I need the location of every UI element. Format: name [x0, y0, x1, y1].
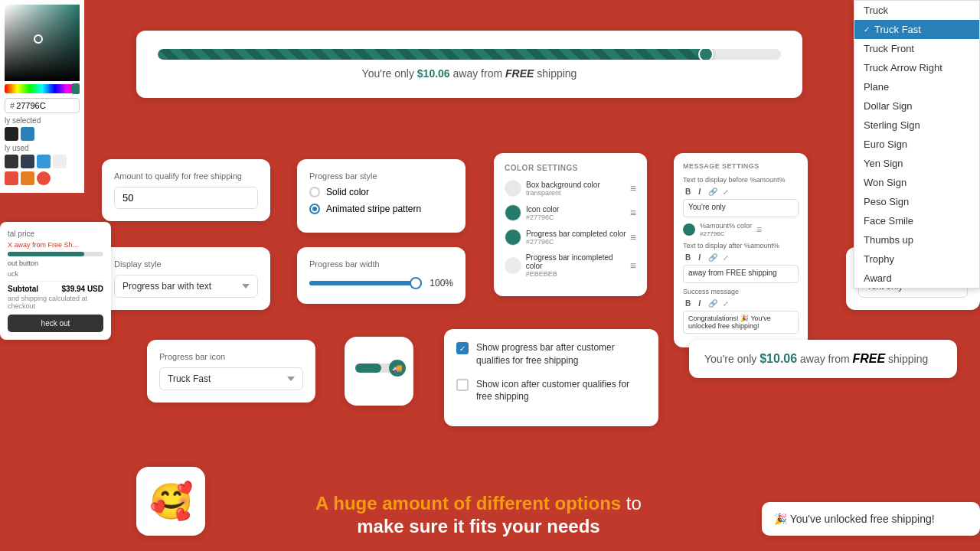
dropdown-label-peso: Peso Sign [864, 196, 909, 207]
expand-btn-before[interactable]: ⤢ [723, 188, 729, 196]
dropdown-item-euro[interactable]: Euro Sign [854, 135, 979, 154]
checkbox-2[interactable] [456, 379, 469, 391]
swatch-lightgray[interactable] [53, 155, 67, 168]
radio-solid-color[interactable]: Solid color [309, 187, 453, 197]
swatch-lightblue[interactable] [37, 155, 51, 168]
progress-text-before: You're only [362, 67, 417, 80]
color-info-incompleted: Progress bar incompleted color #EBEBEB [505, 253, 630, 278]
link-btn-before[interactable]: 🔗 [706, 187, 720, 197]
dropdown-item-yen[interactable]: Yen Sign [854, 154, 979, 173]
cart-sidebar: tal price X away from Free Sh... out but… [0, 222, 111, 340]
display-style-select[interactable]: Progress bar only Progress bar with text… [114, 275, 258, 298]
dropdown-item-truck-arrow[interactable]: Truck Arrow Right [854, 58, 979, 77]
color-dot-completed[interactable] [505, 229, 521, 246]
toolbar-success: B I 🔗 ⤢ [683, 298, 799, 308]
color-dot-incompleted[interactable] [505, 257, 521, 274]
italic-btn-before[interactable]: I [696, 187, 703, 197]
color-dot-icon[interactable] [505, 204, 521, 221]
text-before-input[interactable]: You're only [683, 199, 799, 217]
checkbox-label-2: Show icon after customer qualifies for f… [476, 378, 646, 404]
dropdown-label-won: Won Sign [864, 177, 906, 188]
dropdown-item-truck-front[interactable]: Truck Front [854, 39, 979, 58]
menu-icon-icon[interactable]: ≡ [630, 207, 636, 219]
checkout-button[interactable]: heck out [8, 315, 103, 332]
color-name-completed: Progress bar completed color [526, 230, 626, 238]
swatch-blue[interactable] [21, 127, 34, 141]
menu-icon-incompleted[interactable]: ≡ [630, 259, 636, 272]
dropdown-item-peso[interactable]: Peso Sign [854, 192, 979, 211]
italic-btn-after[interactable]: I [696, 253, 703, 262]
color-gradient-thumb[interactable] [34, 34, 43, 44]
bold-btn-success[interactable]: B [683, 298, 693, 308]
truck-icon-preview-card: 🚚 [345, 337, 413, 406]
color-row-bg: Box background color transparent ≡ [505, 180, 636, 197]
banner-normal-text: to [621, 493, 642, 514]
hex-value[interactable]: 27796C [16, 101, 46, 110]
swatch-orange[interactable] [21, 171, 34, 185]
radio-solid-circle[interactable] [309, 187, 320, 197]
expand-btn-after[interactable]: ⤢ [723, 254, 729, 262]
radio-animated[interactable]: Animated stripe pattern [309, 204, 453, 214]
expand-btn-success[interactable]: ⤢ [723, 300, 729, 308]
amount-input[interactable] [115, 187, 258, 208]
progress-preview-card: You're only $10.06 away from FREE shippi… [136, 31, 802, 98]
dropdown-item-won[interactable]: Won Sign [854, 173, 979, 192]
menu-icon-bg[interactable]: ≡ [630, 182, 636, 194]
bold-btn-after[interactable]: B [683, 253, 693, 262]
color-settings-card: COLOR SETTINGS Box background color tran… [494, 153, 647, 296]
progress-bar-fill [158, 49, 706, 60]
progress-bar-thumb[interactable] [698, 49, 714, 60]
checkbox-row-2: Show icon after customer qualifies for f… [456, 378, 646, 404]
link-btn-after[interactable]: 🔗 [706, 253, 720, 262]
radio-animated-circle[interactable] [309, 204, 320, 214]
swatch-red2[interactable] [37, 171, 51, 185]
progress-style-card: Progress bar style Solid color Animated … [297, 159, 466, 233]
color-gradient[interactable] [5, 5, 80, 81]
dropdown-item-truck[interactable]: Truck [854, 1, 979, 20]
dropdown-label-truck-fast: Truck Fast [874, 24, 921, 35]
bold-btn-before[interactable]: B [683, 187, 693, 197]
checkbox-1[interactable]: ✓ [456, 342, 469, 354]
dropdown-item-thumbs[interactable]: Thumbs up [854, 230, 979, 249]
link-btn-success[interactable]: 🔗 [706, 298, 720, 308]
swatch-darkgray[interactable] [5, 155, 18, 168]
hue-thumb[interactable] [72, 83, 80, 94]
color-hex-bg: transparent [526, 189, 600, 197]
swatch-black[interactable] [5, 127, 18, 141]
banner-yellow-text: A huge amount of different options [315, 493, 621, 514]
dropdown-label-trophy: Trophy [864, 253, 894, 265]
text-after-input[interactable]: away from FREE shipping [683, 265, 799, 283]
amount-menu-icon[interactable]: ≡ [756, 224, 762, 235]
display-style-label: Display style [114, 259, 258, 269]
color-dot-bg[interactable] [505, 180, 521, 197]
dropdown-item-truck-fast[interactable]: ✓ Truck Fast [854, 20, 979, 39]
range-track [309, 281, 422, 285]
amount-color-label: %amount% color#27796C [700, 222, 752, 237]
progress-icon-select[interactable]: Truck Fast [159, 367, 303, 390]
progress-icon-card: Progress bar icon Truck Fast [147, 340, 315, 403]
progress-amount: $10.06 [417, 67, 450, 80]
dropdown-item-trophy[interactable]: Trophy [854, 249, 979, 269]
text-after-label: Text to display after %amount% [683, 242, 799, 249]
menu-icon-completed[interactable]: ≡ [630, 231, 636, 243]
dropdown-item-face-smile[interactable]: Face Smile [854, 211, 979, 230]
icon-dropdown-menu[interactable]: Truck ✓ Truck Fast Truck Front Truck Arr… [854, 0, 980, 289]
banner-line1: A huge amount of different options to [218, 493, 739, 514]
dropdown-item-plane[interactable]: Plane [854, 77, 979, 96]
dropdown-item-award[interactable]: Award [854, 269, 979, 288]
progress-bar-track [158, 49, 781, 60]
italic-btn-success[interactable]: I [696, 298, 703, 308]
swatch-darkblue[interactable] [21, 155, 34, 168]
shipping-text-before: You're only [704, 353, 760, 365]
shipping-free: FREE [853, 352, 886, 365]
success-message-input[interactable]: Congratulations! 🎉 You've unlocked free … [683, 311, 799, 334]
cart-progress-bar [8, 252, 103, 256]
dropdown-item-dollar[interactable]: Dollar Sign [854, 96, 979, 116]
hue-bar[interactable] [5, 84, 80, 93]
range-thumb[interactable] [410, 277, 422, 289]
swatch-red[interactable] [5, 171, 18, 185]
dropdown-item-sterling[interactable]: Sterling Sign [854, 116, 979, 135]
amount-color-dot[interactable] [683, 223, 695, 236]
message-settings-title: MESSAGE SETTINGS [683, 162, 799, 170]
progress-style-label: Progress bar style [309, 171, 453, 181]
